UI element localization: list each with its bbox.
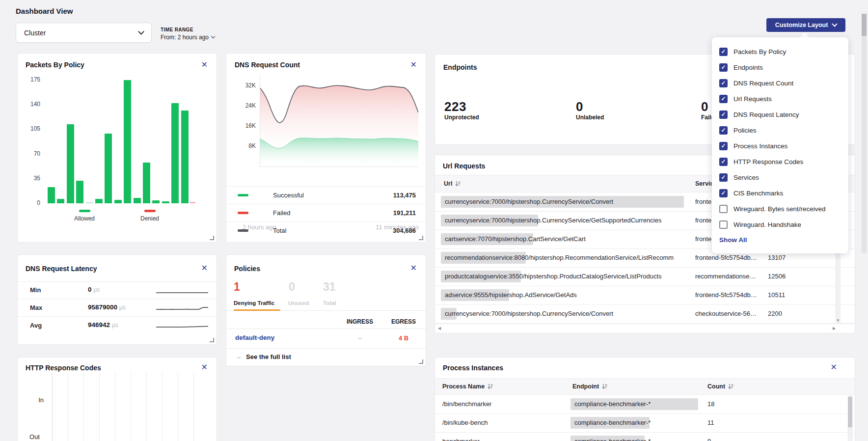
latency-max-value: 95879000 µs xyxy=(88,303,126,311)
url-cell: adservice:9555/hipstershop.AdService/Get… xyxy=(445,286,684,304)
bar-allowed xyxy=(143,163,150,203)
close-icon[interactable]: ✕ xyxy=(410,264,417,272)
failed-swatch-icon xyxy=(238,212,248,214)
checkbox-checked-icon[interactable]: ✓ xyxy=(719,173,728,182)
menu-item[interactable]: Wireguard. Bytes sent/received xyxy=(719,201,848,217)
successful-swatch-icon xyxy=(238,194,248,196)
allowed-swatch-icon xyxy=(79,210,90,212)
dns-area-chart xyxy=(260,74,418,166)
menu-item[interactable]: ✓HTTP Response Codes xyxy=(719,154,848,169)
menu-item-label: DNS Request Count xyxy=(733,80,793,87)
tab-unused[interactable]: Unused xyxy=(288,300,309,306)
legend-label: Denied xyxy=(140,215,159,222)
stat-failed-value: 0 xyxy=(701,99,708,114)
service-cell: frontend-5fc5754db… xyxy=(695,286,757,304)
chevron-down-icon xyxy=(138,28,144,35)
table-row[interactable]: benchmarkercompliance-benchmarker-*9 xyxy=(435,432,855,441)
tab-total[interactable]: Total xyxy=(323,300,336,306)
table-row[interactable]: productcatalogservice:3550/hipstershop.P… xyxy=(435,267,855,286)
checkbox-checked-icon[interactable]: ✓ xyxy=(719,126,728,135)
menu-item[interactable]: ✓Services xyxy=(719,169,848,185)
url-cell: productcatalogservice:3550/hipstershop.P… xyxy=(445,267,684,286)
checkbox-checked-icon[interactable]: ✓ xyxy=(719,63,728,72)
bar-allowed xyxy=(48,187,55,203)
checkbox-checked-icon[interactable]: ✓ xyxy=(719,158,728,166)
scroll-right-icon[interactable]: ▶ xyxy=(833,326,836,331)
checkbox-checked-icon[interactable]: ✓ xyxy=(719,79,728,87)
scroll-left-icon[interactable]: ◀ xyxy=(438,326,441,331)
checkbox-unchecked-icon[interactable] xyxy=(719,205,728,213)
see-full-list-link[interactable]: → See the full list xyxy=(235,353,291,360)
page-scrollbar-track[interactable] xyxy=(862,14,867,253)
menu-item[interactable]: Wireguard. Handshake xyxy=(719,217,848,232)
tab-denying-traffic[interactable]: Denying Traffic xyxy=(234,300,274,306)
row-label-out: Out xyxy=(25,433,40,441)
time-range-selector[interactable]: From: 2 hours ago xyxy=(161,34,215,41)
y-axis-tick: 175 xyxy=(18,76,40,83)
checkbox-checked-icon[interactable]: ✓ xyxy=(719,110,728,119)
total-swatch-icon xyxy=(238,229,248,232)
process-name-cell: benchmarker xyxy=(442,432,480,441)
menu-item[interactable]: ✓Policies xyxy=(719,122,848,138)
url-cell: currencyservice:7000/hipstershop.Currenc… xyxy=(445,193,684,211)
table-row[interactable]: /bin/kube-benchcompliance-benchmarker-*1… xyxy=(435,413,855,433)
menu-item[interactable]: ✓DNS Request Latency xyxy=(719,107,848,122)
resize-handle[interactable] xyxy=(419,236,423,240)
checkbox-checked-icon[interactable]: ✓ xyxy=(719,48,728,56)
latency-min-value: 0 µs xyxy=(88,286,100,293)
menu-item-label: Wireguard. Handshake xyxy=(733,221,801,228)
card-dns-request-count: DNS Request Count ✕ 8K16K24K32K 2 hours … xyxy=(226,53,426,243)
show-all-link[interactable]: Show All xyxy=(719,236,848,244)
service-cell: recommendationse… xyxy=(695,267,756,286)
customize-layout-button[interactable]: Customize Layout xyxy=(766,18,845,32)
y-axis-tick: 140 xyxy=(18,101,40,108)
policy-link-default-deny[interactable]: default-deny xyxy=(235,334,274,341)
card-dns-request-latency: DNS Request Latency ✕ Min 0 µs Max 95879… xyxy=(17,254,217,345)
menu-item[interactable]: ✓CIS Benchmarks xyxy=(719,185,848,201)
checkbox-checked-icon[interactable]: ✓ xyxy=(719,95,728,103)
legend-value: 113,475 xyxy=(393,192,416,199)
y-axis-tick: 105 xyxy=(18,125,40,132)
menu-item[interactable]: ✓Process Instances xyxy=(719,138,848,154)
resize-handle[interactable] xyxy=(419,359,423,364)
count-cell: 11 xyxy=(707,413,714,432)
menu-item[interactable]: ✓Url Requests xyxy=(719,91,848,107)
page-scrollbar-thumb[interactable] xyxy=(862,14,867,36)
tab-unused-value: 0 xyxy=(289,280,295,294)
view-selector[interactable]: Cluster xyxy=(16,23,152,43)
checkbox-checked-icon[interactable]: ✓ xyxy=(719,142,728,150)
y-axis-tick: 16K xyxy=(233,122,256,129)
checkbox-checked-icon[interactable]: ✓ xyxy=(719,189,728,197)
service-cell: fronte xyxy=(695,211,711,230)
grid-line xyxy=(146,372,147,441)
bar-allowed xyxy=(67,124,74,203)
checkbox-unchecked-icon[interactable] xyxy=(719,220,728,229)
menu-item[interactable]: ✓Packets By Policy xyxy=(719,44,848,59)
legend-row-successful: Successful 113,475 xyxy=(226,186,426,204)
menu-item[interactable]: ✓DNS Request Count xyxy=(719,75,848,91)
table-row[interactable]: adservice:9555/hipstershop.AdService/Get… xyxy=(435,286,855,305)
resize-handle[interactable] xyxy=(210,236,214,240)
close-icon[interactable]: ✕ xyxy=(201,264,208,272)
table-row[interactable]: /bin/benchmarkercompliance-benchmarker-*… xyxy=(435,395,855,414)
menu-item-label: Packets By Policy xyxy=(733,48,786,55)
resize-handle[interactable] xyxy=(210,338,214,342)
menu-item[interactable]: ✓Endpoints xyxy=(719,59,848,75)
menu-item-label: DNS Request Latency xyxy=(733,111,799,118)
bar-allowed xyxy=(114,200,122,203)
table-scrollbar-thumb[interactable] xyxy=(848,397,852,427)
table-row[interactable]: currencyservice:7000/hipstershop.Currenc… xyxy=(435,304,855,324)
grid-line xyxy=(115,372,115,441)
customize-layout-label: Customize Layout xyxy=(775,22,828,28)
avg-sparkline xyxy=(156,322,208,330)
policy-ingress-value: – xyxy=(358,334,361,342)
latency-avg-label: Avg xyxy=(30,322,42,329)
latency-max-label: Max xyxy=(30,304,42,311)
bar-allowed xyxy=(95,199,103,203)
scroll-down-icon[interactable]: ▼ xyxy=(836,318,840,323)
table-horizontal-scrollbar[interactable] xyxy=(435,324,855,333)
process-name-cell: /bin/benchmarker xyxy=(442,395,491,413)
bar-allowed xyxy=(134,198,141,203)
max-sparkline xyxy=(156,304,208,312)
legend-label: Allowed xyxy=(74,215,95,222)
